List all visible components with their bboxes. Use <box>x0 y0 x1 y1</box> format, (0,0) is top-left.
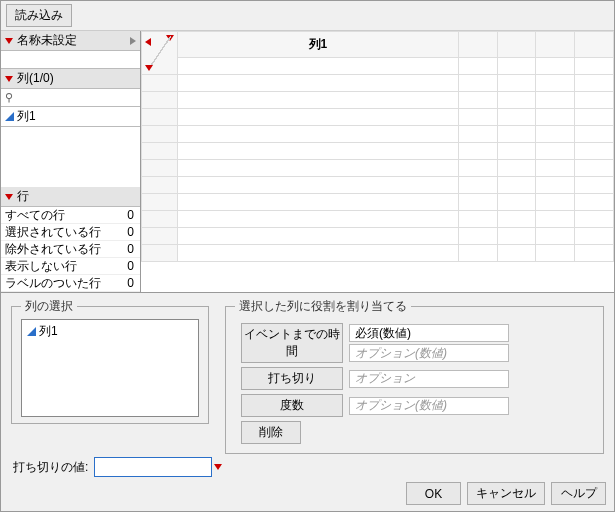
grid-cell[interactable] <box>497 75 536 92</box>
grid-cell[interactable] <box>178 109 459 126</box>
column-select-list[interactable]: 列1 <box>21 319 199 417</box>
grid-cell[interactable] <box>458 75 497 92</box>
slot-optional[interactable]: オプション(数値) <box>349 397 509 415</box>
name-filter-row[interactable] <box>1 51 140 69</box>
grid-cell[interactable] <box>536 143 575 160</box>
grid-cell[interactable] <box>497 92 536 109</box>
columns-header[interactable]: 列(1/0) <box>1 69 140 89</box>
row-header[interactable] <box>142 160 178 177</box>
row-header[interactable] <box>142 245 178 262</box>
row-stat[interactable]: 表示しない行 0 <box>1 258 140 275</box>
grid-cell[interactable] <box>458 177 497 194</box>
grid-corner[interactable] <box>142 32 178 75</box>
delete-button[interactable]: 削除 <box>241 421 301 444</box>
grid-cell[interactable] <box>536 160 575 177</box>
grid-cell[interactable] <box>575 126 614 143</box>
help-button[interactable]: ヘルプ <box>551 482 606 505</box>
grid-cell[interactable] <box>178 160 459 177</box>
slot-optional[interactable]: オプション(数値) <box>349 344 509 362</box>
column-header[interactable] <box>575 32 614 58</box>
grid-cell[interactable] <box>536 126 575 143</box>
grid-cell[interactable] <box>178 194 459 211</box>
column-search[interactable]: ⚲ <box>1 89 140 107</box>
row-header[interactable] <box>142 92 178 109</box>
grid-cell[interactable] <box>536 75 575 92</box>
grid-cell[interactable] <box>575 75 614 92</box>
grid-cell[interactable] <box>458 58 497 75</box>
grid-cell[interactable] <box>458 245 497 262</box>
grid-cell[interactable] <box>536 245 575 262</box>
grid-cell[interactable] <box>458 109 497 126</box>
name-header[interactable]: 名称未設定 <box>1 31 140 51</box>
column-item[interactable]: 列1 <box>1 107 140 127</box>
grid-cell[interactable] <box>575 245 614 262</box>
row-header[interactable] <box>142 75 178 92</box>
grid-cell[interactable] <box>575 160 614 177</box>
grid-cell[interactable] <box>458 194 497 211</box>
grid-cell[interactable] <box>178 228 459 245</box>
grid-cell[interactable] <box>458 126 497 143</box>
grid-cell[interactable] <box>536 109 575 126</box>
cancel-button[interactable]: キャンセル <box>467 482 545 505</box>
row-header[interactable] <box>142 211 178 228</box>
row-stat[interactable]: 選択されている行 0 <box>1 224 140 241</box>
column-header[interactable] <box>536 32 575 58</box>
grid-cell[interactable] <box>536 228 575 245</box>
grid-cell[interactable] <box>178 92 459 109</box>
row-stat[interactable]: 除外されている行 0 <box>1 241 140 258</box>
grid-cell[interactable] <box>458 143 497 160</box>
grid-cell[interactable] <box>575 177 614 194</box>
grid-cell[interactable] <box>497 109 536 126</box>
list-item[interactable]: 列1 <box>22 320 198 343</box>
grid-cell[interactable] <box>178 75 459 92</box>
slot-optional[interactable]: オプション <box>349 370 509 388</box>
grid-cell[interactable] <box>536 58 575 75</box>
grid-cell[interactable] <box>536 92 575 109</box>
grid-cell[interactable] <box>575 109 614 126</box>
column-header[interactable] <box>497 32 536 58</box>
grid-cell[interactable] <box>575 211 614 228</box>
time-to-event-button[interactable]: イベントまでの時間 <box>241 323 343 363</box>
grid-cell[interactable] <box>178 177 459 194</box>
grid-cell[interactable] <box>575 143 614 160</box>
grid-cell[interactable] <box>497 194 536 211</box>
grid-cell[interactable] <box>497 177 536 194</box>
grid-cell[interactable] <box>497 160 536 177</box>
grid-cell[interactable] <box>458 92 497 109</box>
grid-cell[interactable] <box>536 177 575 194</box>
grid-cell[interactable] <box>536 211 575 228</box>
row-header[interactable] <box>142 177 178 194</box>
grid-cell[interactable] <box>497 211 536 228</box>
ok-button[interactable]: OK <box>406 482 461 505</box>
censor-value-input[interactable] <box>94 457 212 477</box>
grid-cell[interactable] <box>497 228 536 245</box>
row-stat[interactable]: ラベルのついた行 0 <box>1 275 140 292</box>
row-stat[interactable]: すべての行 0 <box>1 207 140 224</box>
grid-cell[interactable] <box>497 58 536 75</box>
grid-cell[interactable] <box>178 143 459 160</box>
dropdown-icon[interactable] <box>214 464 222 470</box>
grid-cell[interactable] <box>458 211 497 228</box>
grid-cell[interactable] <box>497 143 536 160</box>
grid-cell[interactable] <box>575 92 614 109</box>
load-button[interactable]: 読み込み <box>6 4 72 27</box>
row-header[interactable] <box>142 109 178 126</box>
row-header[interactable] <box>142 143 178 160</box>
grid-cell[interactable] <box>458 228 497 245</box>
grid-cell[interactable] <box>497 126 536 143</box>
grid-cell[interactable] <box>497 245 536 262</box>
grid-cell[interactable] <box>575 228 614 245</box>
censor-button[interactable]: 打ち切り <box>241 367 343 390</box>
grid-cell[interactable] <box>178 126 459 143</box>
grid-cell[interactable] <box>575 194 614 211</box>
column-header[interactable]: 列1 <box>178 32 459 58</box>
grid-cell[interactable] <box>178 58 459 75</box>
rows-header[interactable]: 行 <box>1 187 140 207</box>
column-header[interactable] <box>458 32 497 58</box>
grid-cell[interactable] <box>536 194 575 211</box>
data-grid[interactable]: 列1 <box>141 31 614 262</box>
grid-cell[interactable] <box>458 160 497 177</box>
row-header[interactable] <box>142 126 178 143</box>
grid-cell[interactable] <box>178 211 459 228</box>
slot-required[interactable]: 必須(数値) <box>349 324 509 342</box>
